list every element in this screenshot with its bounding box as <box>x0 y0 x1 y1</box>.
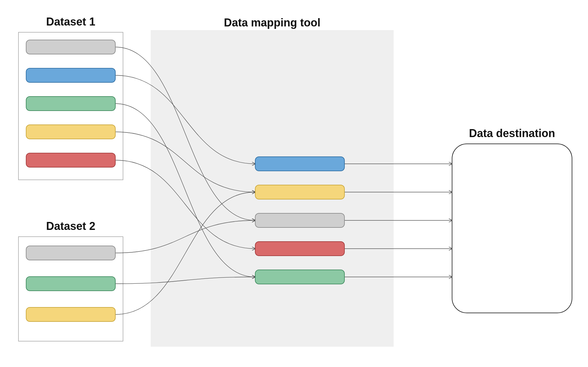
dataset2-field-yellow <box>26 307 115 322</box>
tool-heading: Data mapping tool <box>224 16 320 29</box>
tool-field-gray <box>255 213 344 227</box>
dataset2-field-green <box>26 277 115 291</box>
diagram-canvas: Dataset 1 Dataset 2 Data mapping tool Da… <box>0 0 588 367</box>
dataset1-field-yellow <box>26 125 115 139</box>
dataset1-field-green <box>26 97 115 111</box>
tool-field-green <box>255 270 344 284</box>
dataset1-heading: Dataset 1 <box>46 15 95 28</box>
destination-container <box>452 144 572 313</box>
dataset1-field-red <box>26 153 115 167</box>
tool-field-blue <box>255 157 344 171</box>
destination-heading: Data destination <box>469 127 555 140</box>
tool-field-yellow <box>255 185 344 199</box>
dataset2-field-gray <box>26 246 115 260</box>
dataset1-field-gray <box>26 40 115 54</box>
dataset2-heading: Dataset 2 <box>46 220 95 232</box>
dataset1-field-blue <box>26 68 115 82</box>
tool-field-red <box>255 242 344 256</box>
dataset2-fields <box>26 246 115 322</box>
